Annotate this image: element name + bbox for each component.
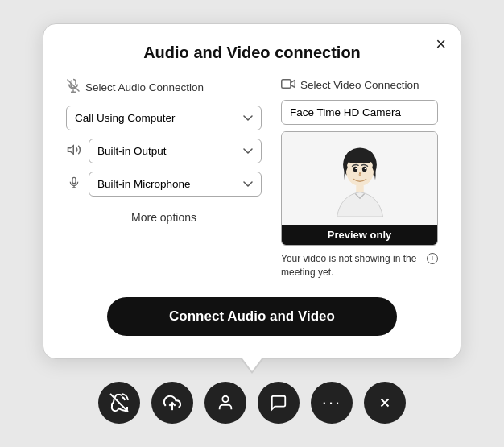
chat-icon [270,394,287,412]
svg-rect-11 [345,151,373,163]
toolbar-share-button[interactable] [151,382,193,424]
svg-rect-7 [282,80,291,89]
avatar-illustration [328,140,392,217]
toolbar-more-button[interactable]: ··· [311,382,353,424]
audio-muted-icon [66,78,81,96]
modal-dialog: Audio and Video connection × Selec [43,23,461,359]
video-preview-box: Preview only [281,131,438,246]
video-camera-icon [281,78,295,92]
modal-tail [241,359,263,374]
modal-body: Select Audio Connection Call Using Compu… [66,78,438,279]
svg-point-12 [353,167,357,172]
connect-button-wrapper: Connect Audio and Video [66,297,438,336]
svg-point-14 [355,168,357,169]
modal-title: Audio and Video connection [66,43,438,62]
toolbar-chat-button[interactable] [258,382,300,424]
svg-marker-8 [291,81,295,88]
phone-video-icon [109,393,129,412]
mic-icon [66,176,82,193]
video-note: Your video is not showing in the meeting… [281,252,438,279]
mic-wrapper: Built-in Microphone [66,172,262,197]
video-canvas [282,132,437,225]
preview-only-bar: Preview only [282,225,437,245]
share-icon [163,394,181,412]
video-note-text: Your video is not showing in the meeting… [281,252,423,279]
connect-audio-video-button[interactable]: Connect Audio and Video [107,297,397,336]
audio-section-label: Select Audio Connection [85,81,204,93]
audio-section-header: Select Audio Connection [66,78,262,96]
audio-connection-select[interactable]: Call Using Computer [66,106,262,130]
info-icon: i [427,253,438,264]
toolbar-end-button[interactable] [364,382,406,424]
video-section-header: Select Video Connection [281,78,438,92]
speaker-select[interactable]: Built-in Output [89,139,262,163]
more-dots-icon: ··· [322,394,341,412]
video-camera-input[interactable] [281,100,438,125]
svg-point-15 [364,168,366,169]
audio-connection-wrapper: Call Using Computer [66,106,262,130]
screen-wrapper: Audio and Video connection × Selec [0,0,504,447]
svg-point-20 [222,396,228,402]
participants-icon [217,394,234,412]
bottom-toolbar: ··· [98,382,406,424]
more-options-link[interactable]: More options [66,211,262,224]
left-column: Select Audio Connection Call Using Compu… [66,78,262,279]
speaker-wrapper: Built-in Output [66,139,262,163]
close-button[interactable]: × [436,35,446,53]
right-column: Select Video Connection [281,78,438,279]
svg-point-13 [361,167,366,172]
end-call-icon [378,395,392,410]
toolbar-participants-button[interactable] [204,382,246,424]
svg-marker-3 [68,145,74,154]
video-section-label: Select Video Connection [300,79,419,91]
speaker-icon [66,143,82,160]
svg-rect-4 [72,177,76,183]
mic-select[interactable]: Built-in Microphone [89,172,262,197]
toolbar-audio-video-button[interactable] [98,382,140,424]
